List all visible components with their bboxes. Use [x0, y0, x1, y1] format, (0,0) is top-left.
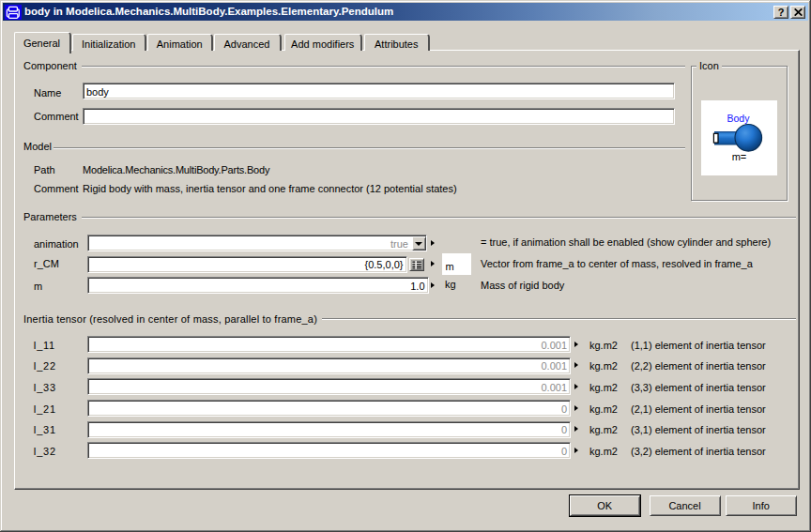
svg-text:Body: Body: [727, 113, 751, 124]
svg-text:m=: m=: [732, 151, 747, 162]
